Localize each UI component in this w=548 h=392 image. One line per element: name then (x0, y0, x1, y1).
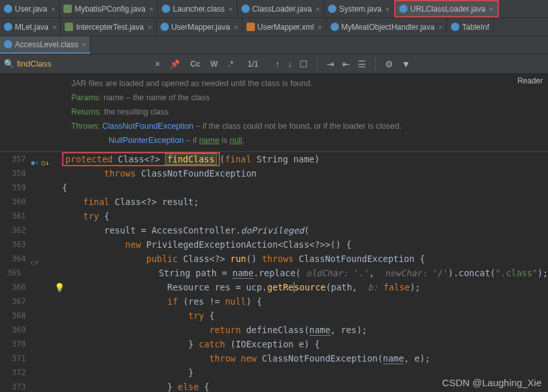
line-number: 358 (0, 169, 31, 178)
doc-returns-text: the resulting class (104, 107, 169, 116)
close-icon[interactable]: × (82, 41, 86, 49)
find-bar: 🔍 findClass × 📌 Cc W .* 1/1 ↑ ↓ ☐ ⇥ ⇤ ☰ … (0, 54, 548, 74)
file-tab[interactable]: TableInf (447, 18, 494, 36)
tab-label: User.java (15, 5, 47, 14)
file-tab[interactable]: AccessLevel.class× (0, 36, 91, 54)
file-tab[interactable]: IntercepterTest.java× (61, 18, 156, 36)
line-number: 367 (0, 297, 31, 306)
line-number: 373 (0, 382, 31, 391)
line-number: 361 (0, 212, 31, 221)
close-icon[interactable]: × (386, 5, 389, 13)
file-icon (65, 23, 73, 31)
doc-returns-label: Returns: (71, 107, 102, 116)
doc-exception-link-2[interactable]: NullPointerException (109, 136, 184, 145)
regex-toggle[interactable]: .* (225, 58, 237, 70)
line-number: 364 (0, 254, 31, 263)
file-icon (160, 23, 169, 31)
line-number: 357 (0, 155, 31, 164)
doc-ex1-text: – if the class could not be found, or if… (193, 122, 402, 131)
tab-label: ClassLoader.java (252, 5, 312, 14)
file-tab[interactable]: UserMapper.java× (157, 18, 243, 36)
tab-label: UserMapper.xml (258, 23, 314, 32)
line-number: 365 (0, 268, 27, 278)
close-icon[interactable]: × (439, 23, 443, 31)
match-case-toggle[interactable]: Cc (186, 58, 204, 70)
close-icon[interactable]: × (316, 5, 320, 13)
prev-match-button[interactable]: ↑ (272, 59, 282, 69)
close-icon[interactable]: × (149, 5, 153, 13)
file-tab[interactable]: Launcher.class× (158, 0, 237, 17)
doc-exception-link[interactable]: ClassNotFoundException (102, 122, 193, 131)
file-icon (63, 5, 72, 13)
file-icon (4, 40, 12, 49)
file-tab[interactable]: System.java× (324, 0, 394, 17)
toolbar-icon-2[interactable]: ⇤ (340, 59, 353, 69)
doc-params-label: Params: (71, 93, 102, 102)
close-icon[interactable]: × (489, 5, 493, 13)
tab-row-3: AccessLevel.class× (0, 36, 548, 54)
file-icon (162, 5, 170, 13)
match-count: 1/1 (248, 60, 259, 69)
line-number: 363 (0, 240, 31, 249)
line-number: 371 (0, 354, 31, 363)
file-icon (4, 23, 12, 31)
doc-desc: JAR files are loaded and opened as neede… (71, 76, 548, 91)
line-number: 370 (0, 340, 31, 349)
select-all-icon[interactable]: ☐ (297, 59, 311, 69)
tab-label: MyMeatObjectHandler.java (342, 23, 435, 32)
line-number: 366 (0, 283, 31, 292)
tab-label: URLClassLoader.java (410, 5, 485, 14)
close-icon[interactable]: × (148, 23, 151, 31)
tab-row-1: User.java×MybatisPConfig.java×Launcher.c… (0, 0, 548, 18)
tab-label: AccessLevel.class (15, 40, 78, 49)
watermark: CSDN @Laughing_Xie (442, 377, 542, 388)
toolbar-icon-3[interactable]: ☰ (355, 59, 369, 69)
tab-label: IntercepterTest.java (76, 23, 144, 32)
filter-icon[interactable]: ▼ (399, 59, 413, 69)
find-input[interactable]: findClass (17, 59, 133, 69)
settings-icon[interactable]: ⚙ (382, 59, 396, 69)
file-icon (399, 5, 408, 13)
file-tab[interactable]: ClassLoader.java× (237, 0, 325, 17)
close-icon[interactable]: × (318, 23, 322, 31)
toolbar-icon-1[interactable]: ⇥ (324, 59, 337, 69)
doc-params-text: name – the name of the class (104, 93, 210, 102)
tab-label: MybatisPConfig.java (74, 5, 145, 14)
close-icon[interactable]: × (52, 23, 56, 31)
file-icon (331, 23, 339, 31)
code-block[interactable]: 357●↑○↓protected Class<?> findClass(fina… (0, 152, 548, 392)
file-icon (247, 23, 255, 31)
file-icon (328, 5, 336, 13)
file-tab[interactable]: MybatisPConfig.java× (60, 0, 158, 17)
file-tab[interactable]: MLet.java× (0, 18, 61, 36)
tab-label: MLet.java (15, 23, 49, 32)
find-pin-icon[interactable]: 📌 (166, 58, 184, 70)
file-tab[interactable]: UserMapper.xml× (243, 18, 327, 36)
doc-throws-label: Throws: (71, 122, 100, 131)
words-toggle[interactable]: W (206, 58, 221, 70)
close-icon[interactable]: × (228, 5, 232, 13)
reader-mode-button[interactable]: Reader (518, 76, 543, 85)
close-icon[interactable]: × (234, 23, 237, 31)
tab-label: TableInf (462, 23, 489, 32)
file-icon (4, 5, 12, 13)
editor-area[interactable]: Reader JAR files are loaded and opened a… (0, 74, 548, 392)
close-icon[interactable]: × (51, 5, 55, 13)
tab-label: System.java (339, 5, 381, 14)
next-match-button[interactable]: ↓ (285, 59, 294, 69)
line-number: 359 (0, 183, 31, 192)
file-icon (451, 23, 459, 31)
line-number: 372 (0, 368, 31, 377)
tab-label: UserMapper.java (171, 23, 230, 32)
javadoc-block: JAR files are loaded and opened as neede… (0, 74, 548, 152)
file-tab[interactable]: URLClassLoader.java× (394, 0, 499, 17)
file-icon (241, 5, 250, 13)
find-close-icon[interactable]: × (151, 58, 164, 70)
line-number: 368 (0, 311, 31, 320)
file-tab[interactable]: MyMeatObjectHandler.java× (327, 18, 448, 36)
tab-label: Launcher.class (173, 5, 225, 14)
tab-row-2: MLet.java×IntercepterTest.java×UserMappe… (0, 18, 548, 36)
line-number: 360 (0, 197, 31, 206)
line-number: 369 (0, 325, 31, 334)
file-tab[interactable]: User.java× (0, 0, 60, 17)
